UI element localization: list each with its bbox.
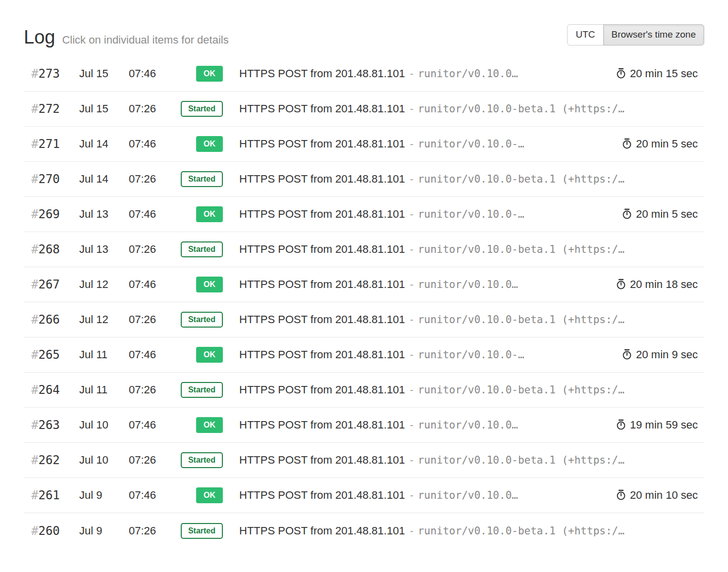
status-badge: Started xyxy=(181,523,223,539)
event-text: HTTPS POST from 201.48.81.101 xyxy=(239,102,405,115)
event-date: Jul 15 xyxy=(79,102,129,115)
status-badge: Started xyxy=(181,452,223,468)
title-wrap: Log Click on individual items for detail… xyxy=(24,28,229,47)
duration-text: 20 min 10 sec xyxy=(630,489,698,502)
event-id-number: 265 xyxy=(38,348,59,362)
event-description: HTTPS POST from 201.48.81.101 - runitor/… xyxy=(223,454,688,467)
log-row[interactable]: #269 Jul 13 07:46 OK HTTPS POST from 201… xyxy=(24,197,704,232)
log-row[interactable]: #273 Jul 15 07:46 OK HTTPS POST from 201… xyxy=(24,56,704,92)
event-time: 07:26 xyxy=(129,173,173,186)
event-id-hash: # xyxy=(31,453,38,467)
log-row[interactable]: #266 Jul 12 07:26 Started HTTPS POST fro… xyxy=(24,302,704,337)
stopwatch-icon xyxy=(622,138,632,149)
event-id-number: 271 xyxy=(38,137,59,151)
log-page: Log Click on individual items for detail… xyxy=(0,24,728,548)
log-row[interactable]: #271 Jul 14 07:46 OK HTTPS POST from 201… xyxy=(24,127,704,162)
log-row[interactable]: #267 Jul 12 07:46 OK HTTPS POST from 201… xyxy=(24,267,704,302)
event-id: #263 xyxy=(24,418,79,432)
event-id-number: 262 xyxy=(38,453,59,467)
event-id: #269 xyxy=(24,207,79,221)
event-text: HTTPS POST from 201.48.81.101 xyxy=(239,419,405,431)
utc-button[interactable]: UTC xyxy=(567,24,603,46)
status-badge-cell: OK xyxy=(173,277,223,292)
event-description: HTTPS POST from 201.48.81.101 - runitor/… xyxy=(223,243,688,256)
event-separator: - xyxy=(410,419,414,431)
event-text: HTTPS POST from 201.48.81.101 xyxy=(239,489,405,502)
event-date: Jul 10 xyxy=(79,419,129,431)
event-time: 07:26 xyxy=(129,243,173,256)
event-agent: runitor/v0.10.0-beta.1 (+https:/… xyxy=(418,525,624,537)
log-row[interactable]: #272 Jul 15 07:26 Started HTTPS POST fro… xyxy=(24,92,704,127)
stopwatch-icon xyxy=(616,489,626,501)
event-text: HTTPS POST from 201.48.81.101 xyxy=(239,524,405,537)
event-id-number: 268 xyxy=(38,242,59,256)
status-badge-cell: OK xyxy=(173,206,223,222)
event-text: HTTPS POST from 201.48.81.101 xyxy=(239,243,405,256)
event-separator: - xyxy=(410,384,414,396)
event-time: 07:46 xyxy=(129,348,173,361)
event-id-hash: # xyxy=(31,242,38,256)
browser-timezone-button[interactable]: Browser's time zone xyxy=(603,24,704,46)
event-time: 07:26 xyxy=(129,383,173,396)
status-badge-cell: OK xyxy=(173,487,223,503)
event-separator: - xyxy=(410,68,414,80)
event-duration: 20 min 5 sec xyxy=(612,138,704,150)
log-row[interactable]: #270 Jul 14 07:26 Started HTTPS POST fro… xyxy=(24,162,704,197)
event-description: HTTPS POST from 201.48.81.101 - runitor/… xyxy=(223,208,612,221)
event-id-hash: # xyxy=(31,418,38,432)
status-badge: OK xyxy=(196,206,223,222)
event-separator: - xyxy=(410,489,414,501)
event-agent: runitor/v0.10.0-… xyxy=(418,208,524,220)
duration-text: 20 min 18 sec xyxy=(630,278,698,291)
log-row[interactable]: #265 Jul 11 07:46 OK HTTPS POST from 201… xyxy=(24,337,704,373)
event-separator: - xyxy=(410,525,414,537)
event-description: HTTPS POST from 201.48.81.101 - runitor/… xyxy=(223,278,606,291)
event-time: 07:26 xyxy=(129,454,173,467)
event-id-number: 273 xyxy=(38,67,59,81)
event-id: #273 xyxy=(24,67,79,81)
page-subtitle: Click on individual items for details xyxy=(62,34,228,47)
event-separator: - xyxy=(410,243,414,255)
event-date: Jul 9 xyxy=(79,489,129,502)
event-separator: - xyxy=(410,314,414,326)
status-badge: OK xyxy=(196,66,223,82)
stopwatch-icon xyxy=(616,68,626,79)
event-id-hash: # xyxy=(31,207,38,221)
event-separator: - xyxy=(410,279,414,290)
log-row[interactable]: #262 Jul 10 07:26 Started HTTPS POST fro… xyxy=(24,443,704,478)
event-date: Jul 9 xyxy=(79,524,129,537)
event-date: Jul 12 xyxy=(79,313,129,326)
event-id: #265 xyxy=(24,348,79,362)
status-badge: OK xyxy=(196,136,223,152)
event-date: Jul 13 xyxy=(79,208,129,221)
event-description: HTTPS POST from 201.48.81.101 - runitor/… xyxy=(223,348,612,361)
event-id-number: 261 xyxy=(38,488,59,502)
log-row[interactable]: #260 Jul 9 07:26 Started HTTPS POST from… xyxy=(24,513,704,548)
event-id-number: 267 xyxy=(38,278,59,291)
stopwatch-icon xyxy=(616,279,626,290)
status-badge-cell: OK xyxy=(173,417,223,433)
event-id-hash: # xyxy=(31,137,38,151)
log-row[interactable]: #268 Jul 13 07:26 Started HTTPS POST fro… xyxy=(24,232,704,267)
event-description: HTTPS POST from 201.48.81.101 - runitor/… xyxy=(223,173,688,186)
event-date: Jul 14 xyxy=(79,138,129,150)
log-row[interactable]: #263 Jul 10 07:46 OK HTTPS POST from 201… xyxy=(24,408,704,443)
log-row[interactable]: #261 Jul 9 07:46 OK HTTPS POST from 201.… xyxy=(24,478,704,513)
event-description: HTTPS POST from 201.48.81.101 - runitor/… xyxy=(223,524,688,537)
event-id-hash: # xyxy=(31,102,38,116)
event-id: #266 xyxy=(24,313,79,327)
event-duration: 20 min 5 sec xyxy=(612,208,704,221)
event-id: #271 xyxy=(24,137,79,151)
event-duration: 20 min 18 sec xyxy=(606,278,704,291)
event-agent: runitor/v0.10.0-beta.1 (+https:/… xyxy=(418,173,624,185)
log-row[interactable]: #264 Jul 11 07:26 Started HTTPS POST fro… xyxy=(24,373,704,408)
event-id: #267 xyxy=(24,278,79,291)
event-agent: runitor/v0.10.0… xyxy=(418,419,518,431)
event-id-hash: # xyxy=(31,172,38,186)
status-badge: Started xyxy=(181,382,223,398)
event-time: 07:26 xyxy=(129,313,173,326)
status-badge-cell: Started xyxy=(173,452,223,468)
event-id-hash: # xyxy=(31,383,38,397)
event-id-number: 266 xyxy=(38,313,59,327)
event-time: 07:26 xyxy=(129,524,173,537)
